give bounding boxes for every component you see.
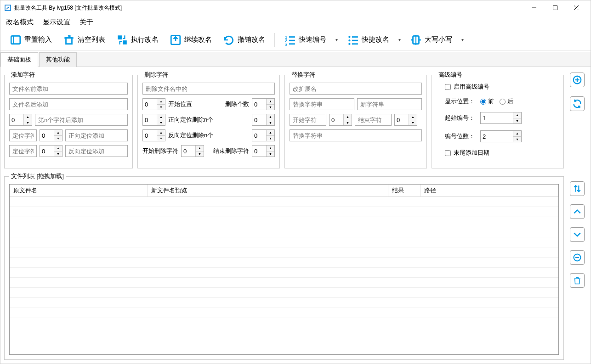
table-row[interactable] [10,288,558,298]
locate2-input[interactable] [9,145,37,157]
fwd-del-spinner[interactable]: ▲▼ [142,114,165,126]
table-row[interactable] [10,298,558,308]
replace-legend: 替换字符 [290,71,317,79]
table-row[interactable] [10,227,558,237]
append-date-check[interactable]: 末尾添加日期 [445,149,489,157]
case-button[interactable]: 大写小写 [406,32,456,48]
move-up-button[interactable] [570,204,585,219]
reset-button[interactable]: 重置输入 [6,32,56,48]
start-pos-spinner[interactable]: ▲▼ [142,98,165,110]
add-panel: 添加字符 ▲▼ ▲▼ ▲▼ [4,71,133,168]
tab-basic[interactable]: 基础面板 [0,52,38,67]
filelist-legend: 文件列表 [拖拽加载] [9,172,66,180]
menu-about[interactable]: 关于 [80,18,93,27]
ext-input[interactable] [290,83,422,95]
table-row[interactable] [10,278,558,288]
bwd-del-label: 反向定位删除n个 [168,131,213,140]
to-input[interactable] [357,98,422,110]
quick-rename-label: 快捷改名 [362,35,389,44]
col-original[interactable]: 原文件名 [10,185,148,196]
delete-panel: 删除字符 ▲▼ 开始位置 删除个数 ▲▼ ▲▼ 正向定位删除n个 ▲▼ ▲▼ [137,71,280,168]
table-row[interactable] [10,217,558,227]
fwd-del-label: 正向定位删除n个 [168,116,213,124]
titlebar: 批量改名工具 By lvg158 [文件批量改名模式] [0,0,591,15]
close-button[interactable] [566,0,587,15]
quick-rename-button[interactable]: 快捷改名 [343,32,393,48]
menubar: 改名模式 显示设置 关于 [0,15,591,29]
startchar-input[interactable] [290,114,326,126]
fwd-n-spinner[interactable]: ▲▼ [252,114,275,126]
count-spinner[interactable]: ▲▼ [252,98,275,110]
execute-label: 执行改名 [131,35,159,44]
sort-button[interactable] [570,181,585,196]
tabs: 基础面板 其他功能 [0,52,591,67]
reset-label: 重置输入 [24,35,52,44]
side-buttons-bottom [568,172,587,360]
table-row[interactable] [10,258,558,268]
file-table[interactable]: 原文件名 新文件名预览 结果 路径 [9,184,559,355]
svg-text:3: 3 [285,43,287,46]
tab-other[interactable]: 其他功能 [39,52,77,67]
endchar-input[interactable] [355,114,392,126]
remove-input[interactable] [142,83,275,95]
prefix-input[interactable] [9,83,128,95]
maximize-button[interactable] [545,0,566,15]
start-num-spinner[interactable]: ▲▼ [480,112,522,124]
bwd-del-spinner[interactable]: ▲▼ [142,129,165,141]
col-path[interactable]: 路径 [421,185,558,196]
locate2-spinner[interactable]: ▲▼ [40,145,63,157]
refresh-button[interactable] [570,96,585,111]
minimize-button[interactable] [523,0,545,15]
remove-button[interactable] [570,250,585,265]
locate1-input[interactable] [9,129,37,141]
col-result[interactable]: 结果 [388,185,421,196]
replace-panel: 替换字符 ▲▼ ▲▼ [284,71,427,168]
table-row[interactable] [10,247,558,258]
enddel-label: 结束删除字符 [213,147,249,155]
table-row[interactable] [10,197,558,207]
table-row[interactable] [10,207,558,217]
svg-rect-9 [123,40,127,45]
pos-front-radio[interactable]: 前 [480,97,494,106]
menu-mode[interactable]: 改名模式 [6,18,34,27]
move-down-button[interactable] [570,227,585,242]
startdel-spinner[interactable]: ▲▼ [181,145,204,157]
table-row[interactable] [10,268,558,278]
delete-button[interactable] [570,273,585,288]
from-input[interactable] [290,98,354,110]
nth-input[interactable] [35,114,128,126]
continue-label: 继续改名 [184,35,212,44]
locate1-spinner[interactable]: ▲▼ [40,129,63,141]
backward-add-input[interactable] [65,145,128,157]
svg-point-19 [348,43,350,45]
col-new[interactable]: 新文件名预览 [148,185,388,196]
endchar-spinner[interactable]: ▲▼ [394,114,417,126]
table-row[interactable] [10,237,558,247]
digits-spinner[interactable]: ▲▼ [480,130,522,142]
case-dropdown[interactable]: ▾ [460,37,466,42]
pos-back-radio[interactable]: 后 [500,97,513,106]
repstr-input[interactable] [290,129,422,141]
table-body[interactable] [10,197,558,354]
forward-add-input[interactable] [65,129,128,141]
quick-number-dropdown[interactable]: ▾ [334,37,340,42]
suffix-input[interactable] [9,98,128,110]
quick-rename-dropdown[interactable]: ▾ [397,37,403,42]
undo-button[interactable]: 撤销改名 [219,32,269,48]
continue-button[interactable]: 继续改名 [166,32,216,48]
menu-display[interactable]: 显示设置 [43,18,70,27]
table-row[interactable] [10,318,558,328]
add-circle-button[interactable] [570,73,585,87]
start-num-label: 起始编号： [445,114,475,122]
delete-legend: 删除字符 [142,71,170,79]
table-row[interactable] [10,308,558,318]
quick-number-button[interactable]: 123 快速编号 [280,32,330,48]
enable-number-check[interactable]: 启用高级编号 [445,83,489,91]
enddel-spinner[interactable]: ▲▼ [252,145,275,157]
clear-button[interactable]: 清空列表 [59,32,109,48]
bwd-n-spinner[interactable]: ▲▼ [252,129,275,141]
nth-spinner[interactable]: ▲▼ [9,114,32,126]
execute-button[interactable]: 执行改名 [113,32,162,48]
startchar-spinner[interactable]: ▲▼ [329,114,352,126]
start-pos-label: 开始位置 [168,100,192,108]
